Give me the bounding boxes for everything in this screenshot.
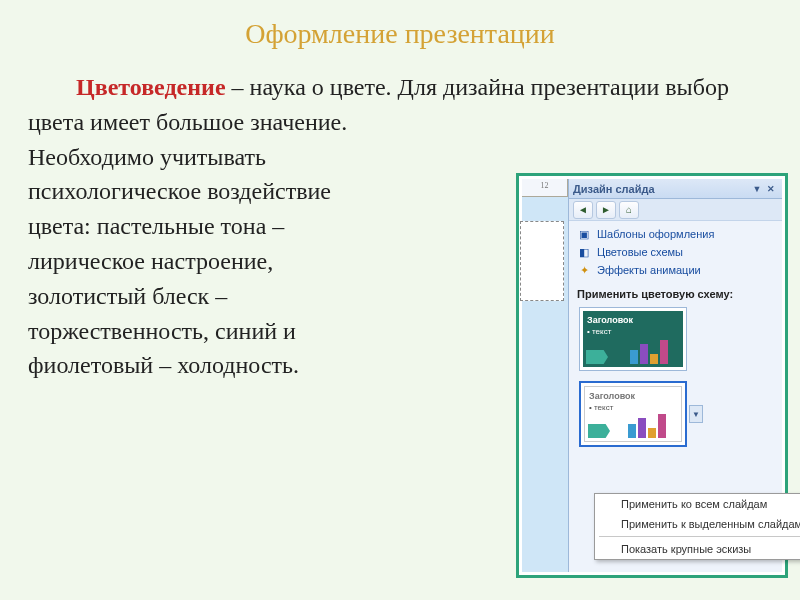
paragraph-1: Цветоведение – наука о цвете. Для дизайн… [28, 70, 772, 140]
color-scheme-thumbnails: Заголовок • текст Заголовок • текст [569, 303, 782, 465]
slide-placeholder [520, 221, 564, 301]
link-label: Эффекты анимации [597, 264, 701, 276]
body-line: психологическое воздействие [28, 174, 408, 209]
nav-home-button[interactable]: ⌂ [619, 201, 639, 219]
task-pane-title: Дизайн слайда [573, 183, 655, 195]
body-line: золотистый блеск – [28, 279, 408, 314]
task-pane-titlebar: Дизайн слайда ▼ ✕ [569, 179, 782, 199]
animation-icon: ✦ [577, 263, 591, 277]
templates-icon: ▣ [577, 227, 591, 241]
color-schemes-icon: ◧ [577, 245, 591, 259]
ruler-mark: 12 [522, 179, 568, 196]
thumb-title: Заголовок [587, 315, 679, 325]
task-pane: Дизайн слайда ▼ ✕ ◄ ► ⌂ ▣ Шаблоны оформл… [568, 179, 782, 572]
thumb-shape-icon [588, 424, 610, 438]
apply-scheme-label: Применить цветовую схему: [569, 285, 782, 303]
thumb-bullet: • текст [587, 327, 679, 336]
nav-forward-button[interactable]: ► [596, 201, 616, 219]
body-line: цвета: пастельные тона – [28, 209, 408, 244]
term-highlight: Цветоведение [76, 74, 226, 100]
embedded-screenshot: 12 Дизайн слайда ▼ ✕ ◄ ► ⌂ ▣ Шаблоны офо [516, 173, 788, 578]
body-line: Необходимо учитывать [28, 140, 408, 175]
task-pane-nav: ◄ ► ⌂ [569, 199, 782, 221]
body-line: торжественность, синий и [28, 314, 408, 349]
link-design-templates[interactable]: ▣ Шаблоны оформления [577, 225, 776, 243]
body-line: фиолетовый – холодность. [28, 348, 408, 383]
thumb-bullet: • текст [589, 403, 677, 412]
menu-separator [599, 536, 800, 537]
link-label: Цветовые схемы [597, 246, 683, 258]
menu-large-preview[interactable]: Показать крупные эскизы [595, 539, 800, 559]
task-pane-links: ▣ Шаблоны оформления ◧ Цветовые схемы ✦ … [569, 221, 782, 285]
link-label: Шаблоны оформления [597, 228, 714, 240]
body-line: лирическое настроение, [28, 244, 408, 279]
editor-area [522, 197, 568, 572]
slide-title: Оформление презентации [0, 0, 800, 50]
thumb-chart-icon [628, 412, 678, 438]
paragraph-2: Необходимо учитывать психологическое воз… [28, 140, 408, 384]
nav-back-button[interactable]: ◄ [573, 201, 593, 219]
color-scheme-thumb-light[interactable]: Заголовок • текст ▼ [579, 381, 687, 447]
dropdown-icon[interactable]: ▼ [750, 182, 764, 196]
menu-apply-all[interactable]: Применить ко всем слайдам [595, 494, 800, 514]
close-icon[interactable]: ✕ [764, 182, 778, 196]
thumb-title: Заголовок [589, 391, 677, 401]
context-menu: Применить ко всем слайдам Применить к вы… [594, 493, 800, 560]
color-scheme-thumb-dark[interactable]: Заголовок • текст [579, 307, 687, 371]
link-color-schemes[interactable]: ◧ Цветовые схемы [577, 243, 776, 261]
thumb-chart-icon [630, 338, 680, 364]
thumb-shape-icon [586, 350, 608, 364]
menu-apply-selected[interactable]: Применить к выделенным слайдам [595, 514, 800, 534]
thumb-dropdown-button[interactable]: ▼ [689, 405, 703, 423]
link-animation-effects[interactable]: ✦ Эффекты анимации [577, 261, 776, 279]
